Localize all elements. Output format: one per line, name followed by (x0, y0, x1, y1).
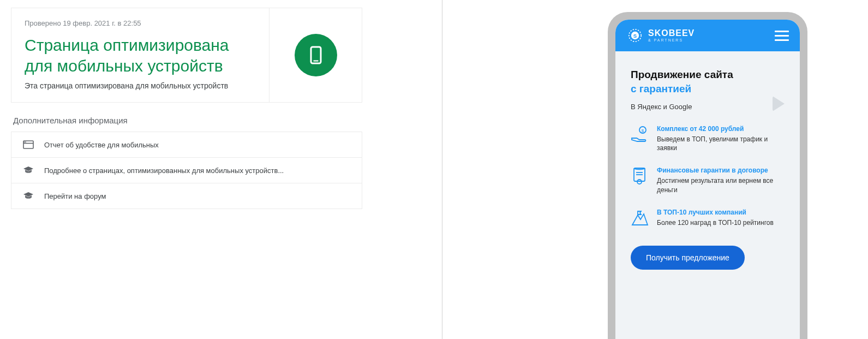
hero-line-1: Продвижение сайта (631, 69, 785, 81)
logo-main-text: SKOBEEV (648, 29, 695, 38)
info-row-label: Подробнее о страницах, оптимизированных … (44, 166, 284, 175)
site-hero: Продвижение сайта с гарантией В Яндекс и… (615, 51, 800, 339)
info-row-learn[interactable]: Подробнее о страницах, оптимизированных … (11, 158, 362, 183)
site-logo[interactable]: S SKOBEEV & PARTNERS (626, 27, 695, 44)
info-row-label: Отчет об удобстве для мобильных (44, 141, 159, 149)
logo-sub-text: & PARTNERS (648, 38, 695, 42)
phone-frame: S SKOBEEV & PARTNERS Продвижение сайта с… (608, 12, 807, 339)
feature-desc: Выведем в ТОП, увеличим трафик и заявки (657, 135, 785, 152)
more-info-card: Отчет об удобстве для мобильных Подробне… (11, 132, 362, 209)
svg-point-13 (637, 180, 642, 184)
mountain-flag-icon (631, 209, 649, 229)
panel-divider (442, 0, 442, 339)
hero-line-3: В Яндекс и Google (631, 103, 785, 111)
education-icon (22, 165, 34, 175)
feature-title: Комплекс от 42 000 рублей (657, 125, 785, 133)
hand-coin-icon: $ (631, 125, 649, 152)
feature-item: $ Комплекс от 42 000 рублей Выведем в ТО… (631, 125, 785, 152)
result-main: Проверено 19 февр. 2021 г. в 22:55 Стран… (11, 8, 269, 102)
feature-title: В ТОП-10 лучших компаний (657, 209, 774, 216)
svg-text:$: $ (642, 128, 644, 133)
feature-item: Финансовые гарантии в договоре Достигнем… (631, 166, 785, 194)
education-icon (22, 191, 34, 201)
test-result-panel: Проверено 19 февр. 2021 г. в 22:55 Стран… (11, 8, 362, 209)
gear-s-icon: S (626, 27, 644, 44)
feature-item: В ТОП-10 лучших компаний Более 120 награ… (631, 209, 785, 229)
browser-icon (22, 140, 34, 150)
feature-desc: Достигнем результата или вернем все день… (657, 176, 785, 194)
site-header: S SKOBEEV & PARTNERS (615, 20, 800, 51)
phone-screen: S SKOBEEV & PARTNERS Продвижение сайта с… (615, 20, 800, 339)
hero-line-2: с гарантией (631, 83, 785, 95)
result-icon-box (269, 8, 362, 102)
info-row-forum[interactable]: Перейти на форум (11, 183, 362, 209)
verdict-title: Страница оптимизирована для мобильных ус… (25, 35, 256, 76)
verdict-subtitle: Эта страница оптимизирована для мобильны… (25, 81, 256, 90)
svg-text:S: S (633, 33, 637, 39)
result-card: Проверено 19 февр. 2021 г. в 22:55 Стран… (11, 8, 362, 103)
play-icon[interactable] (773, 96, 785, 111)
cta-button[interactable]: Получить предложение (631, 246, 745, 270)
info-row-report[interactable]: Отчет об удобстве для мобильных (11, 132, 362, 158)
checked-timestamp: Проверено 19 февр. 2021 г. в 22:55 (25, 19, 256, 27)
smartphone-icon (306, 45, 326, 65)
feature-title: Финансовые гарантии в договоре (657, 166, 785, 174)
more-info-heading: Дополнительная информация (13, 116, 362, 125)
mobile-friendly-badge (295, 34, 337, 76)
info-row-label: Перейти на форум (44, 192, 106, 200)
hamburger-menu-icon[interactable] (775, 31, 789, 41)
document-seal-icon (631, 166, 649, 194)
feature-desc: Более 120 наград в ТОП-10 рейтингов (657, 218, 774, 227)
